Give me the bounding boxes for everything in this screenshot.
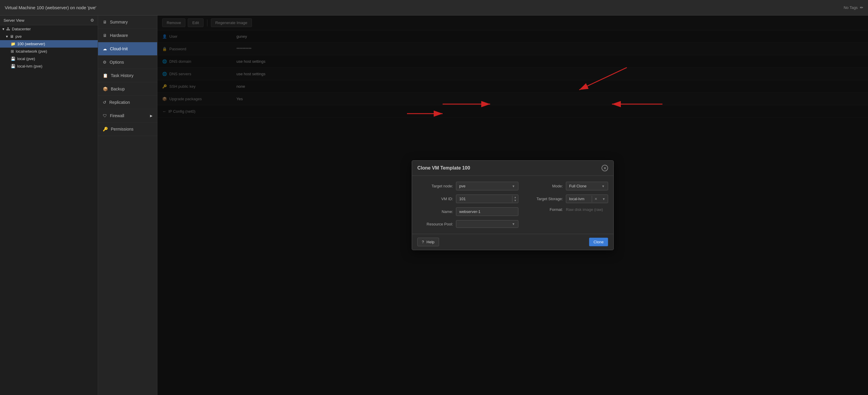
vm-id-input[interactable]: 101 xyxy=(456,195,512,203)
summary-icon: 🖥 xyxy=(103,20,107,24)
tree-item-local-lvm[interactable]: 💾 local-lvm (pve) xyxy=(0,62,98,70)
tree-expand-icon: ▾ xyxy=(2,27,4,31)
name-input[interactable]: webserver-1 xyxy=(456,207,518,216)
firewall-icon: 🛡 xyxy=(103,113,107,118)
page-title: Virtual Machine 100 (webserver) on node … xyxy=(5,5,838,10)
folder-icon: 📁 xyxy=(11,41,16,46)
hardware-icon: 🖥 xyxy=(103,33,107,38)
server-view-gear-icon[interactable]: ⚙ xyxy=(90,18,94,23)
server-view-header: Server View ⚙ xyxy=(0,16,98,25)
target-node-select[interactable]: pve ▼ xyxy=(456,182,518,190)
resource-pool-label: Resource Pool: xyxy=(417,222,453,226)
mode-dropdown-icon: ▼ xyxy=(601,185,605,188)
options-icon: ⚙ xyxy=(103,60,106,64)
name-label: Name: xyxy=(417,209,453,214)
resource-pool-row: Resource Pool: ▼ xyxy=(417,220,518,228)
nav-item-task-history[interactable]: 📋 Task History xyxy=(98,69,157,82)
task-history-icon: 📋 xyxy=(103,73,108,78)
vm-id-stepper[interactable]: 101 ▲ ▼ xyxy=(456,195,518,203)
backup-icon: 📦 xyxy=(103,87,108,91)
tree-item-pve[interactable]: ▾ 🖥 pve xyxy=(0,33,98,40)
tree-item-local-pve[interactable]: 💾 local (pve) xyxy=(0,55,98,62)
modal-footer: ? Help Clone xyxy=(412,234,613,250)
tree-expand-icon-pve: ▾ xyxy=(6,34,8,39)
target-storage-select[interactable]: local-lvm ✕ ▼ xyxy=(566,195,608,203)
nav-item-permissions[interactable]: 🔑 Permissions xyxy=(98,122,157,136)
vm-id-decrement-button[interactable]: ▼ xyxy=(513,199,518,202)
tree-item-localnetwork[interactable]: ⊞ localnetwork (pve) xyxy=(0,48,98,55)
mode-label: Mode: xyxy=(527,184,563,188)
vm-id-increment-button[interactable]: ▲ xyxy=(513,196,518,199)
firewall-chevron-icon: ▶ xyxy=(150,114,152,118)
modal-overlay: Clone VM Template 100 ✕ Target node: pve… xyxy=(157,16,868,395)
replication-icon: ↺ xyxy=(103,100,106,105)
help-button[interactable]: ? Help xyxy=(417,238,439,246)
format-label: Format: xyxy=(527,207,563,212)
vm-id-row: VM ID: 101 ▲ ▼ xyxy=(417,195,518,203)
target-storage-clear-icon[interactable]: ✕ xyxy=(592,196,600,202)
modal-header: Clone VM Template 100 ✕ xyxy=(412,161,613,176)
svg-line-1 xyxy=(579,67,627,90)
vm-id-stepper-buttons: ▲ ▼ xyxy=(512,196,518,202)
target-storage-label: Target Storage: xyxy=(527,197,563,201)
content-area: Remove Edit Regenerate Image 👤 User gune… xyxy=(157,16,868,395)
cloud-init-icon: ☁ xyxy=(103,47,107,51)
target-storage-dropdown-icon: ▼ xyxy=(600,196,608,202)
storage-icon-local: 💾 xyxy=(11,57,16,61)
nav-item-summary[interactable]: 🖥 Summary xyxy=(98,16,157,29)
format-row: Format: Raw disk image (raw) xyxy=(527,207,608,212)
datacenter-icon: 🖧 xyxy=(6,27,10,31)
resource-pool-select[interactable]: ▼ xyxy=(456,220,518,228)
format-value: Raw disk image (raw) xyxy=(566,207,603,212)
mode-select[interactable]: Full Clone ▼ xyxy=(566,182,608,190)
mode-row: Mode: Full Clone ▼ xyxy=(527,182,608,190)
permissions-icon: 🔑 xyxy=(103,127,108,132)
nav-item-backup[interactable]: 📦 Backup xyxy=(98,82,157,96)
modal-body: Target node: pve ▼ VM ID: 101 xyxy=(412,176,613,234)
clone-button[interactable]: Clone xyxy=(589,238,608,246)
network-icon: ⊞ xyxy=(11,49,14,54)
nav-item-firewall[interactable]: 🛡 Firewall ▶ xyxy=(98,109,157,122)
nav-panel: 🖥 Summary 🖥 Hardware ☁ Cloud-Init ⚙ Opti… xyxy=(98,16,157,395)
server-view-title: Server View xyxy=(4,18,24,23)
edit-tags-icon[interactable]: ✏ xyxy=(860,5,863,10)
nav-item-hardware[interactable]: 🖥 Hardware xyxy=(98,29,157,42)
nav-item-replication[interactable]: ↺ Replication xyxy=(98,96,157,109)
tree-item-datacenter[interactable]: ▾ 🖧 Datacenter xyxy=(0,25,98,33)
target-storage-row: Target Storage: local-lvm ✕ ▼ xyxy=(527,195,608,203)
target-node-row: Target node: pve ▼ xyxy=(417,182,518,190)
modal-close-button[interactable]: ✕ xyxy=(601,165,608,171)
no-tags-label: No Tags ✏ xyxy=(844,5,863,10)
vm-id-label: VM ID: xyxy=(417,197,453,201)
target-node-label: Target node: xyxy=(417,184,453,188)
sidebar: Server View ⚙ ▾ 🖧 Datacenter ▾ 🖥 pve 📁 1… xyxy=(0,16,98,395)
help-icon: ? xyxy=(422,240,424,244)
storage-icon-lvm: 💾 xyxy=(11,64,16,68)
pve-icon: 🖥 xyxy=(10,34,14,39)
modal-title: Clone VM Template 100 xyxy=(417,165,470,171)
name-row: Name: webserver-1 xyxy=(417,207,518,216)
top-bar: Virtual Machine 100 (webserver) on node … xyxy=(0,0,868,16)
target-node-dropdown-icon: ▼ xyxy=(512,185,515,188)
nav-item-cloud-init[interactable]: ☁ Cloud-Init xyxy=(98,42,157,56)
clone-vm-modal: Clone VM Template 100 ✕ Target node: pve… xyxy=(412,160,614,250)
resource-pool-dropdown-icon: ▼ xyxy=(512,222,515,226)
nav-item-options[interactable]: ⚙ Options xyxy=(98,56,157,69)
tree-item-100-webserver[interactable]: 📁 100 (webserver) xyxy=(0,40,98,48)
